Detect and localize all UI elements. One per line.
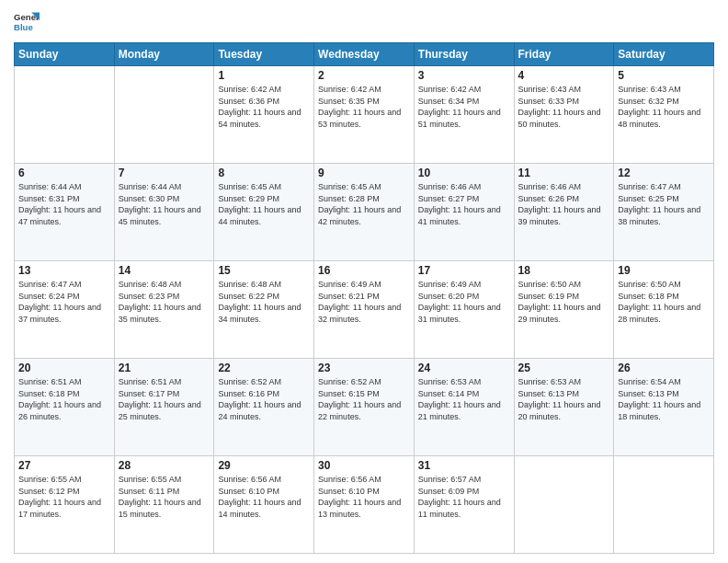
cell-info: Sunrise: 6:50 AM Sunset: 6:18 PM Dayligh… — [618, 279, 710, 325]
weekday-header-thursday: Thursday — [414, 43, 514, 66]
calendar-cell: 26Sunrise: 6:54 AM Sunset: 6:13 PM Dayli… — [614, 359, 714, 456]
calendar-cell: 11Sunrise: 6:46 AM Sunset: 6:26 PM Dayli… — [514, 164, 614, 261]
cell-info: Sunrise: 6:48 AM Sunset: 6:23 PM Dayligh… — [119, 279, 210, 325]
weekday-header-sunday: Sunday — [15, 43, 115, 66]
cell-info: Sunrise: 6:44 AM Sunset: 6:30 PM Dayligh… — [119, 181, 210, 227]
day-number: 28 — [119, 459, 210, 472]
logo-icon: General Blue — [14, 9, 40, 35]
calendar-cell: 1Sunrise: 6:42 AM Sunset: 6:36 PM Daylig… — [214, 66, 314, 164]
calendar-cell: 17Sunrise: 6:49 AM Sunset: 6:20 PM Dayli… — [414, 261, 514, 359]
page: General Blue SundayMondayTuesdayWednesda… — [0, 0, 728, 563]
calendar-cell: 10Sunrise: 6:46 AM Sunset: 6:27 PM Dayli… — [414, 164, 514, 261]
day-number: 30 — [318, 459, 410, 472]
day-number: 1 — [218, 69, 310, 82]
day-number: 26 — [618, 362, 710, 374]
calendar-cell: 29Sunrise: 6:56 AM Sunset: 6:10 PM Dayli… — [214, 456, 314, 554]
cell-info: Sunrise: 6:42 AM Sunset: 6:35 PM Dayligh… — [318, 84, 410, 130]
day-number: 3 — [418, 69, 510, 82]
calendar-cell: 5Sunrise: 6:43 AM Sunset: 6:32 PM Daylig… — [614, 66, 714, 164]
calendar-cell — [15, 66, 115, 164]
calendar-cell — [614, 456, 714, 554]
calendar-cell: 21Sunrise: 6:51 AM Sunset: 6:17 PM Dayli… — [114, 359, 214, 456]
cell-info: Sunrise: 6:49 AM Sunset: 6:21 PM Dayligh… — [318, 279, 410, 325]
day-number: 14 — [119, 264, 210, 277]
calendar-cell: 16Sunrise: 6:49 AM Sunset: 6:21 PM Dayli… — [314, 261, 415, 359]
day-number: 25 — [518, 362, 610, 374]
weekday-header-row: SundayMondayTuesdayWednesdayThursdayFrid… — [15, 43, 714, 66]
cell-info: Sunrise: 6:54 AM Sunset: 6:13 PM Dayligh… — [618, 376, 710, 422]
calendar-cell: 14Sunrise: 6:48 AM Sunset: 6:23 PM Dayli… — [114, 261, 214, 359]
calendar-cell: 2Sunrise: 6:42 AM Sunset: 6:35 PM Daylig… — [314, 66, 415, 164]
day-number: 2 — [318, 69, 410, 82]
calendar-week-3: 13Sunrise: 6:47 AM Sunset: 6:24 PM Dayli… — [15, 261, 714, 359]
cell-info: Sunrise: 6:52 AM Sunset: 6:15 PM Dayligh… — [318, 376, 410, 422]
calendar-cell: 6Sunrise: 6:44 AM Sunset: 6:31 PM Daylig… — [15, 164, 115, 261]
calendar-cell: 28Sunrise: 6:55 AM Sunset: 6:11 PM Dayli… — [114, 456, 214, 554]
calendar-cell: 12Sunrise: 6:47 AM Sunset: 6:25 PM Dayli… — [614, 164, 714, 261]
day-number: 13 — [18, 264, 110, 277]
cell-info: Sunrise: 6:55 AM Sunset: 6:12 PM Dayligh… — [18, 474, 110, 520]
calendar-cell: 19Sunrise: 6:50 AM Sunset: 6:18 PM Dayli… — [614, 261, 714, 359]
cell-info: Sunrise: 6:51 AM Sunset: 6:18 PM Dayligh… — [18, 376, 110, 422]
weekday-header-wednesday: Wednesday — [314, 43, 415, 66]
cell-info: Sunrise: 6:55 AM Sunset: 6:11 PM Dayligh… — [119, 474, 210, 520]
calendar-week-2: 6Sunrise: 6:44 AM Sunset: 6:31 PM Daylig… — [15, 164, 714, 261]
day-number: 31 — [418, 459, 510, 472]
day-number: 16 — [318, 264, 410, 277]
day-number: 21 — [119, 362, 210, 374]
cell-info: Sunrise: 6:47 AM Sunset: 6:24 PM Dayligh… — [18, 279, 110, 325]
cell-info: Sunrise: 6:48 AM Sunset: 6:22 PM Dayligh… — [218, 279, 310, 325]
calendar-week-4: 20Sunrise: 6:51 AM Sunset: 6:18 PM Dayli… — [15, 359, 714, 456]
logo: General Blue — [14, 9, 40, 35]
calendar-cell: 24Sunrise: 6:53 AM Sunset: 6:14 PM Dayli… — [414, 359, 514, 456]
calendar-cell: 31Sunrise: 6:57 AM Sunset: 6:09 PM Dayli… — [414, 456, 514, 554]
header: General Blue — [14, 9, 714, 35]
calendar-cell: 9Sunrise: 6:45 AM Sunset: 6:28 PM Daylig… — [314, 164, 415, 261]
cell-info: Sunrise: 6:57 AM Sunset: 6:09 PM Dayligh… — [418, 474, 510, 520]
day-number: 15 — [218, 264, 310, 277]
day-number: 29 — [218, 459, 310, 472]
weekday-header-friday: Friday — [514, 43, 614, 66]
cell-info: Sunrise: 6:49 AM Sunset: 6:20 PM Dayligh… — [418, 279, 510, 325]
day-number: 24 — [418, 362, 510, 374]
calendar-cell — [114, 66, 214, 164]
calendar-cell: 23Sunrise: 6:52 AM Sunset: 6:15 PM Dayli… — [314, 359, 415, 456]
day-number: 27 — [18, 459, 110, 472]
calendar-cell: 27Sunrise: 6:55 AM Sunset: 6:12 PM Dayli… — [15, 456, 115, 554]
day-number: 9 — [318, 167, 410, 179]
calendar-cell: 4Sunrise: 6:43 AM Sunset: 6:33 PM Daylig… — [514, 66, 614, 164]
weekday-header-saturday: Saturday — [614, 43, 714, 66]
calendar-cell: 13Sunrise: 6:47 AM Sunset: 6:24 PM Dayli… — [15, 261, 115, 359]
cell-info: Sunrise: 6:52 AM Sunset: 6:16 PM Dayligh… — [218, 376, 310, 422]
day-number: 19 — [618, 264, 710, 277]
calendar-cell: 15Sunrise: 6:48 AM Sunset: 6:22 PM Dayli… — [214, 261, 314, 359]
cell-info: Sunrise: 6:46 AM Sunset: 6:27 PM Dayligh… — [418, 181, 510, 227]
day-number: 23 — [318, 362, 410, 374]
calendar-cell: 7Sunrise: 6:44 AM Sunset: 6:30 PM Daylig… — [114, 164, 214, 261]
calendar-week-1: 1Sunrise: 6:42 AM Sunset: 6:36 PM Daylig… — [15, 66, 714, 164]
weekday-header-tuesday: Tuesday — [214, 43, 314, 66]
cell-info: Sunrise: 6:53 AM Sunset: 6:13 PM Dayligh… — [518, 376, 610, 422]
cell-info: Sunrise: 6:43 AM Sunset: 6:33 PM Dayligh… — [518, 84, 610, 130]
day-number: 5 — [618, 69, 710, 82]
cell-info: Sunrise: 6:45 AM Sunset: 6:29 PM Dayligh… — [218, 181, 310, 227]
calendar-cell: 25Sunrise: 6:53 AM Sunset: 6:13 PM Dayli… — [514, 359, 614, 456]
day-number: 7 — [119, 167, 210, 179]
day-number: 10 — [418, 167, 510, 179]
cell-info: Sunrise: 6:42 AM Sunset: 6:36 PM Dayligh… — [218, 84, 310, 130]
day-number: 12 — [618, 167, 710, 179]
calendar-cell: 30Sunrise: 6:56 AM Sunset: 6:10 PM Dayli… — [314, 456, 415, 554]
cell-info: Sunrise: 6:50 AM Sunset: 6:19 PM Dayligh… — [518, 279, 610, 325]
day-number: 17 — [418, 264, 510, 277]
calendar-cell — [514, 456, 614, 554]
day-number: 22 — [218, 362, 310, 374]
cell-info: Sunrise: 6:47 AM Sunset: 6:25 PM Dayligh… — [618, 181, 710, 227]
cell-info: Sunrise: 6:56 AM Sunset: 6:10 PM Dayligh… — [318, 474, 410, 520]
cell-info: Sunrise: 6:56 AM Sunset: 6:10 PM Dayligh… — [218, 474, 310, 520]
calendar-cell: 8Sunrise: 6:45 AM Sunset: 6:29 PM Daylig… — [214, 164, 314, 261]
cell-info: Sunrise: 6:46 AM Sunset: 6:26 PM Dayligh… — [518, 181, 610, 227]
calendar-cell: 22Sunrise: 6:52 AM Sunset: 6:16 PM Dayli… — [214, 359, 314, 456]
day-number: 6 — [18, 167, 110, 179]
calendar-cell: 3Sunrise: 6:42 AM Sunset: 6:34 PM Daylig… — [414, 66, 514, 164]
day-number: 20 — [18, 362, 110, 374]
